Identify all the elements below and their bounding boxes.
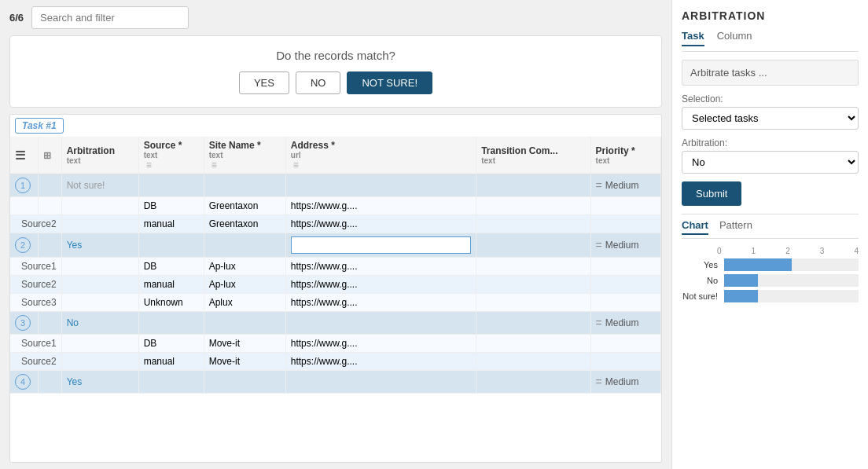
table-row: Source2 manualGreentaxonhttps://www.g...… [10, 215, 661, 233]
yes-button[interactable]: YES [239, 71, 289, 94]
axis-1: 1 [752, 247, 756, 255]
table-row: DBGreentaxonhttps://www.g.... [10, 197, 661, 215]
th-toggle: ⊞ [38, 137, 61, 174]
arb-info-box: Arbitrate tasks ... [682, 60, 859, 86]
th-address: Address * url ≡ [285, 137, 476, 174]
chart-bar-no [724, 274, 758, 287]
task-label-badge: Task #1 [10, 115, 68, 137]
search-input[interactable] [31, 6, 189, 29]
panel-tabs: Task Column [682, 30, 859, 52]
panel-subtabs: Chart Pattern [682, 219, 859, 239]
task-num-1: 1 [15, 178, 31, 193]
task-num-2: 2 [15, 237, 31, 253]
th-menu: ☰ [10, 137, 38, 174]
table-row: 4 Yes = Medium [10, 371, 661, 394]
table-row: Source1 DBAp-luxhttps://www.g.... [10, 258, 661, 276]
priority-3: = Medium [596, 317, 656, 329]
priority-2: = Medium [596, 239, 656, 251]
table-row: 2 Yes = Medium [10, 233, 661, 258]
match-card: Do the records match? YES NO NOT SURE! [9, 35, 662, 108]
task-num-3: 3 [15, 315, 31, 331]
axis-2: 2 [785, 247, 790, 255]
chart-row-notsure: Not sure! [682, 290, 859, 302]
selection-section: Selection: Selected tasks All tasks Filt… [682, 93, 859, 130]
tab-task[interactable]: Task [682, 30, 704, 46]
panel-title: ARBITRATION [682, 9, 859, 22]
main-table: ☰ ⊞ Arbitration text Source * text ≡ [10, 137, 661, 394]
match-buttons: YES NO NOT SURE! [239, 71, 432, 94]
arbitration-section: Arbitration: Yes No Not sure! [682, 137, 859, 174]
table-row: Source2 manualMove-ithttps://www.g.... [10, 353, 661, 371]
address-input-2[interactable] [291, 236, 471, 254]
axis-4: 4 [854, 247, 859, 255]
chart-bar-no-wrap [724, 274, 859, 287]
chart-row-no: No [682, 274, 859, 287]
table-wrapper: Task #1 ☰ ⊞ Arbitration text Source [9, 114, 662, 463]
chart-bar-yes-wrap [724, 258, 859, 271]
submit-button[interactable]: Submit [682, 181, 741, 206]
match-question: Do the records match? [276, 49, 395, 62]
subtab-chart[interactable]: Chart [682, 219, 708, 235]
table-row: 1 Not sure! = Medium [10, 174, 661, 197]
chart-bar-notsure-wrap [724, 290, 859, 302]
left-panel: 6/6 Do the records match? YES NO NOT SUR… [0, 0, 671, 469]
tab-column[interactable]: Column [717, 30, 752, 46]
subtab-pattern[interactable]: Pattern [719, 219, 752, 235]
arb-value-1: Not sure! [67, 180, 105, 191]
arb-value-3: No [67, 317, 79, 328]
chart-area: 0 1 2 3 4 Yes No Not sure! [682, 247, 859, 460]
table-row: Source1 DBMove-ithttps://www.g.... [10, 335, 661, 353]
selection-label: Selection: [682, 93, 859, 104]
chart-row-yes: Yes [682, 258, 859, 271]
arbitration-label: Arbitration: [682, 137, 859, 148]
task-num-4: 4 [15, 374, 31, 390]
table-row: 3 No = Medium [10, 312, 661, 335]
th-transition: Transition Com... text [476, 137, 590, 174]
table-row: Source2 manualAp-luxhttps://www.g.... [10, 276, 661, 294]
chart-axis: 0 1 2 3 4 [682, 247, 859, 255]
th-arbitration: Arbitration text [61, 137, 138, 174]
th-source: Source * text ≡ [138, 137, 204, 174]
selection-select[interactable]: Selected tasks All tasks Filtered tasks [682, 107, 859, 130]
chart-label-no: No [682, 276, 721, 285]
chart-bar-yes [724, 258, 792, 271]
arb-value-2: Yes [67, 240, 83, 251]
no-button[interactable]: NO [296, 71, 341, 94]
priority-4: = Medium [596, 376, 656, 388]
chart-label-notsure: Not sure! [682, 291, 721, 301]
table-row: Source3 UnknownApluxhttps://www.g.... [10, 294, 661, 312]
record-counter: 6/6 [9, 12, 24, 24]
arb-value-4: Yes [67, 376, 83, 387]
th-sitename: Site Name * text ≡ [204, 137, 285, 174]
chart-bar-notsure [724, 290, 758, 302]
chart-label-yes: Yes [682, 260, 721, 269]
axis-3: 3 [820, 247, 825, 255]
notsure-button[interactable]: NOT SURE! [347, 71, 432, 94]
arbitration-select[interactable]: Yes No Not sure! [682, 151, 859, 174]
right-panel: ARBITRATION Task Column Arbitrate tasks … [671, 0, 868, 469]
th-priority: Priority * text [590, 137, 660, 174]
axis-0: 0 [717, 247, 722, 255]
priority-1: = Medium [596, 179, 656, 192]
